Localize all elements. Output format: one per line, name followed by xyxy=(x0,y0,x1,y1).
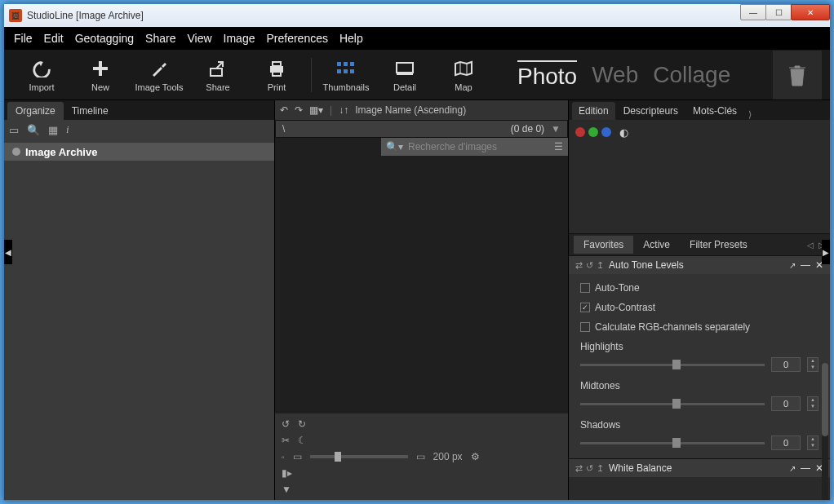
tree-root-label: Image Archive xyxy=(25,146,97,158)
trash-button[interactable] xyxy=(773,51,822,99)
new-button[interactable]: New xyxy=(71,58,130,92)
detail-icon xyxy=(394,58,415,79)
info-icon[interactable]: i xyxy=(66,123,69,136)
redo-icon[interactable]: ↷ xyxy=(295,104,303,116)
thumbnails-button[interactable]: Thumbnails xyxy=(317,58,375,92)
blue-dot-icon[interactable] xyxy=(601,127,611,137)
menu-preferences[interactable]: Preferences xyxy=(266,32,327,45)
undo-icon[interactable]: ↶ xyxy=(280,104,288,116)
search-menu-icon[interactable]: ☰ xyxy=(554,141,563,153)
rotate-cw-icon[interactable]: ↻ xyxy=(298,418,306,430)
tab-organize[interactable]: Organize xyxy=(7,102,64,120)
map-icon xyxy=(453,58,474,79)
zoom-slider[interactable] xyxy=(310,455,408,458)
tag-icon[interactable]: ▮▸ xyxy=(282,467,292,479)
tab-edition[interactable]: Edition xyxy=(572,102,615,120)
link-icon[interactable]: ⇄ xyxy=(575,260,583,271)
import-icon xyxy=(31,58,52,79)
midtones-value[interactable]: 0 xyxy=(771,396,801,411)
tab-timeline[interactable]: Timeline xyxy=(64,102,117,120)
popout-icon-wb[interactable]: ↗ xyxy=(789,464,796,473)
highlights-slider[interactable] xyxy=(580,364,765,366)
tab-mots-cles[interactable]: Mots-Clés xyxy=(686,102,743,120)
filter-white-balance: ⇄ ↺ ↥ White Balance ↗ — ✕ xyxy=(569,458,830,477)
menu-geotagging[interactable]: Geotagging xyxy=(75,32,134,45)
detail-button[interactable]: Detail xyxy=(375,58,434,92)
filter-funnel-icon[interactable]: ▼ xyxy=(282,484,291,495)
menu-file[interactable]: File xyxy=(14,32,33,45)
subtab-active[interactable]: Active xyxy=(633,236,680,254)
link-icon-wb[interactable]: ⇄ xyxy=(575,463,583,474)
green-dot-icon[interactable] xyxy=(588,127,598,137)
reset-icon-wb[interactable]: ↺ xyxy=(586,463,593,474)
right-panel: Edition Descripteurs Mots-Clés ⟩ ◐ Favor… xyxy=(569,100,830,500)
tab-descripteurs[interactable]: Descripteurs xyxy=(617,102,685,120)
import-button[interactable]: Import xyxy=(12,58,71,92)
zoom-settings-icon[interactable]: ⚙ xyxy=(471,451,480,462)
midtones-slider[interactable] xyxy=(580,403,765,405)
red-dot-icon[interactable] xyxy=(575,127,585,137)
path-bar[interactable]: \ (0 de 0) ▼ xyxy=(275,120,568,138)
moon-icon[interactable]: ☾ xyxy=(298,435,307,446)
export-icon-wb[interactable]: ↥ xyxy=(597,463,604,474)
mode-photo[interactable]: Photo xyxy=(517,60,577,90)
search-small-icon[interactable]: 🔍 xyxy=(27,124,40,136)
tabs-overflow-icon[interactable]: ⟩ xyxy=(748,109,752,120)
shadows-spinner[interactable]: ▲▼ xyxy=(807,435,818,450)
maximize-button[interactable]: ☐ xyxy=(765,4,792,20)
window-title: StudioLine [Image Archive] xyxy=(27,10,825,21)
search-bar[interactable]: 🔍▾ Recherche d'images ☰ xyxy=(381,138,568,156)
menu-view[interactable]: View xyxy=(187,32,211,45)
svg-rect-9 xyxy=(337,69,341,73)
crop-icon[interactable]: ✂ xyxy=(282,435,290,446)
collapse-left-handle[interactable]: ◀ xyxy=(4,240,12,264)
sort-label[interactable]: Image Name (Ascending) xyxy=(355,104,466,116)
image-tools-button[interactable]: Image Tools xyxy=(130,58,189,92)
collapse-right-handle[interactable]: ▶ xyxy=(822,240,830,264)
highlights-value[interactable]: 0 xyxy=(771,357,801,372)
auto-contrast-check[interactable]: Auto-Contrast xyxy=(580,302,818,313)
zoom-out-icon[interactable]: ▫ xyxy=(282,453,285,462)
close-button[interactable]: ✕ xyxy=(791,4,830,20)
card-view-icon[interactable]: ▭ xyxy=(9,124,19,136)
subtab-presets[interactable]: Filter Presets xyxy=(680,236,757,254)
bullet-icon xyxy=(12,148,20,156)
menu-edit[interactable]: Edit xyxy=(44,32,64,45)
contrast-icon[interactable]: ◐ xyxy=(619,126,628,139)
midtones-spinner[interactable]: ▲▼ xyxy=(807,396,818,411)
mode-web[interactable]: Web xyxy=(592,62,638,88)
thumbnail-area xyxy=(275,156,568,413)
filmstrip-icon[interactable]: ▦▾ xyxy=(309,104,323,116)
map-button[interactable]: Map xyxy=(434,58,493,92)
menu-image[interactable]: Image xyxy=(224,32,255,45)
svg-rect-10 xyxy=(344,69,348,73)
path-count: (0 de 0) xyxy=(511,123,544,135)
rotate-ccw-icon[interactable]: ↺ xyxy=(282,418,290,430)
sort-icon[interactable]: ↓↑ xyxy=(339,104,348,116)
mode-collage[interactable]: Collage xyxy=(653,62,730,88)
menu-share[interactable]: Share xyxy=(145,32,175,45)
shadows-slider[interactable] xyxy=(580,442,765,444)
minimize-filter-icon[interactable]: — xyxy=(801,259,810,271)
rgb-separate-check[interactable]: Calculate RGB-channels separately xyxy=(580,321,818,333)
minimize-filter-icon-wb[interactable]: — xyxy=(801,462,810,474)
subtab-favorites[interactable]: Favorites xyxy=(574,236,633,254)
path-dropdown-icon[interactable]: ▼ xyxy=(551,123,561,135)
minimize-button[interactable]: — xyxy=(740,4,766,20)
share-icon xyxy=(207,58,228,79)
auto-tone-check[interactable]: Auto-Tone xyxy=(580,282,818,294)
export-icon[interactable]: ↥ xyxy=(597,260,604,271)
tree-root[interactable]: Image Archive xyxy=(4,143,274,161)
right-scrollbar[interactable] xyxy=(822,363,828,500)
highlights-spinner[interactable]: ▲▼ xyxy=(807,357,818,372)
menu-help[interactable]: Help xyxy=(339,32,363,45)
zoom-large-icon: ▭ xyxy=(416,451,425,462)
svg-rect-5 xyxy=(273,71,281,76)
print-button[interactable]: Print xyxy=(247,58,306,92)
share-button[interactable]: Share xyxy=(189,58,247,92)
shadows-value[interactable]: 0 xyxy=(771,435,801,450)
table-view-icon[interactable]: ▦ xyxy=(48,124,58,136)
popout-icon[interactable]: ↗ xyxy=(789,261,796,270)
subtab-left-icon[interactable]: ◁ xyxy=(807,241,814,250)
reset-icon[interactable]: ↺ xyxy=(586,260,593,271)
